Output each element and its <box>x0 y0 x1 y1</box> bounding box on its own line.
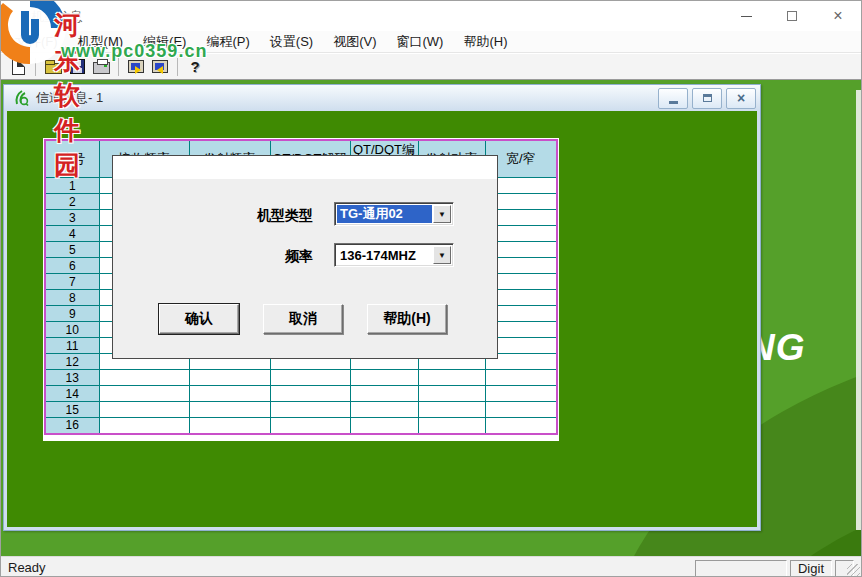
row-number-cell[interactable]: 1 <box>45 178 99 194</box>
new-button[interactable] <box>6 56 30 78</box>
table-cell[interactable] <box>418 402 485 418</box>
menu-item-window[interactable]: 窗口(W) <box>386 31 453 53</box>
table-row: 13 <box>45 370 557 386</box>
dialog-titlebar <box>113 156 497 179</box>
resize-grip[interactable] <box>847 564 860 577</box>
row-number-cell[interactable]: 8 <box>45 290 99 306</box>
table-cell[interactable] <box>485 402 557 418</box>
table-cell[interactable] <box>189 418 270 434</box>
chevron-down-icon[interactable]: ▼ <box>433 246 451 264</box>
frequency-label: 频率 <box>113 248 313 266</box>
menu-item-view[interactable]: 视图(V) <box>323 31 386 53</box>
menu-item-settings[interactable]: 设置(S) <box>260 31 323 53</box>
write-radio-button[interactable] <box>148 56 172 78</box>
maximize-icon <box>787 11 797 21</box>
print-button[interactable] <box>89 56 113 78</box>
frequency-value: 136-174MHZ <box>337 246 432 264</box>
table-cell[interactable] <box>99 418 189 434</box>
table-cell[interactable] <box>485 418 557 434</box>
menu-item-program[interactable]: 编程(P) <box>196 31 259 53</box>
table-cell[interactable] <box>418 370 485 386</box>
help-icon: ? <box>190 58 199 75</box>
model-type-dropdown[interactable]: TG-通用02 ▼ <box>334 202 454 226</box>
row-number-cell[interactable]: 10 <box>45 322 99 338</box>
child-close-button[interactable]: × <box>726 88 756 109</box>
model-type-value: TG-通用02 <box>337 205 432 223</box>
row-number-cell[interactable]: 13 <box>45 370 99 386</box>
maximize-button[interactable] <box>769 1 815 31</box>
child-close-icon: × <box>737 91 745 105</box>
menu-item-edit[interactable]: 编辑(E) <box>133 31 196 53</box>
table-cell[interactable] <box>350 402 418 418</box>
row-number-cell[interactable]: 3 <box>45 210 99 226</box>
read-radio-button[interactable] <box>124 56 148 78</box>
table-cell[interactable] <box>350 418 418 434</box>
toolbar: ? <box>1 54 861 80</box>
table-cell[interactable] <box>270 370 350 386</box>
menu-bar: 文件(F)机型(M)编辑(E)编程(P)设置(S)视图(V)窗口(W)帮助(H) <box>1 31 861 53</box>
frequency-dropdown[interactable]: 136-174MHZ ▼ <box>334 243 454 267</box>
row-number-cell[interactable]: 9 <box>45 306 99 322</box>
menu-item-help[interactable]: 帮助(H) <box>453 31 517 53</box>
status-panel-empty <box>695 560 787 577</box>
open-icon <box>45 63 62 74</box>
table-cell[interactable] <box>99 370 189 386</box>
table-header-cell: 编号 <box>45 140 99 178</box>
write-radio-icon <box>152 60 168 73</box>
row-number-cell[interactable]: 14 <box>45 386 99 402</box>
child-titlebar[interactable]: 信道信息- 1 × <box>4 85 760 111</box>
row-number-cell[interactable]: 4 <box>45 226 99 242</box>
child-restore-button[interactable] <box>692 88 722 109</box>
menu-item-model[interactable]: 机型(M) <box>68 31 134 53</box>
table-cell[interactable] <box>189 386 270 402</box>
table-cell[interactable] <box>270 386 350 402</box>
menu-item-file[interactable]: 文件(F) <box>5 31 68 53</box>
child-restore-icon <box>703 94 712 102</box>
signal-icon <box>12 90 30 106</box>
table-cell[interactable] <box>270 402 350 418</box>
table-cell[interactable] <box>99 402 189 418</box>
row-number-cell[interactable]: 7 <box>45 274 99 290</box>
print-icon <box>93 62 110 74</box>
open-button[interactable] <box>41 56 65 78</box>
cancel-button[interactable]: 取消 <box>263 304 343 334</box>
table-cell[interactable] <box>189 370 270 386</box>
workspace-right-strip <box>856 90 862 530</box>
table-cell[interactable] <box>418 418 485 434</box>
table-cell[interactable] <box>350 386 418 402</box>
row-number-cell[interactable]: 11 <box>45 338 99 354</box>
app-window: 机型信息 × 文件(F)机型(M)编辑(E)编程(P)设置(S)视图(V)窗口(… <box>0 0 862 577</box>
table-cell[interactable] <box>99 386 189 402</box>
close-button[interactable]: × <box>815 1 861 31</box>
status-bar: Ready Digit <box>1 556 861 577</box>
row-number-cell[interactable]: 15 <box>45 402 99 418</box>
confirm-button[interactable]: 确认 <box>159 304 239 334</box>
row-number-cell[interactable]: 6 <box>45 258 99 274</box>
table-cell[interactable] <box>270 418 350 434</box>
close-icon: × <box>833 8 842 24</box>
row-number-cell[interactable]: 2 <box>45 194 99 210</box>
row-number-cell[interactable]: 5 <box>45 242 99 258</box>
table-cell[interactable] <box>485 370 557 386</box>
chevron-down-icon[interactable]: ▼ <box>433 205 451 223</box>
row-number-cell[interactable]: 12 <box>45 354 99 370</box>
minimize-button[interactable] <box>723 1 769 31</box>
new-icon <box>12 59 25 75</box>
row-number-cell[interactable]: 16 <box>45 418 99 434</box>
help-button[interactable]: 帮助(H) <box>367 304 447 334</box>
model-select-dialog: 机型类型 TG-通用02 ▼ 频率 136-174MHZ ▼ 确认 取消 帮助(… <box>112 155 498 359</box>
table-cell[interactable] <box>485 386 557 402</box>
status-panel-digit: Digit <box>790 560 832 577</box>
save-button[interactable] <box>65 56 89 78</box>
table-cell[interactable] <box>418 386 485 402</box>
table-row: 15 <box>45 402 557 418</box>
table-cell[interactable] <box>350 370 418 386</box>
help-button[interactable]: ? <box>183 56 207 78</box>
child-minimize-button[interactable] <box>658 88 688 109</box>
model-type-label: 机型类型 <box>113 207 313 225</box>
child-minimize-icon <box>669 101 678 104</box>
status-text: Ready <box>8 560 46 575</box>
table-row: 16 <box>45 418 557 434</box>
table-cell[interactable] <box>189 402 270 418</box>
mdi-workspace: NG 信道信息- 1 × 编号接收频率发射频率QT/D <box>1 80 862 556</box>
